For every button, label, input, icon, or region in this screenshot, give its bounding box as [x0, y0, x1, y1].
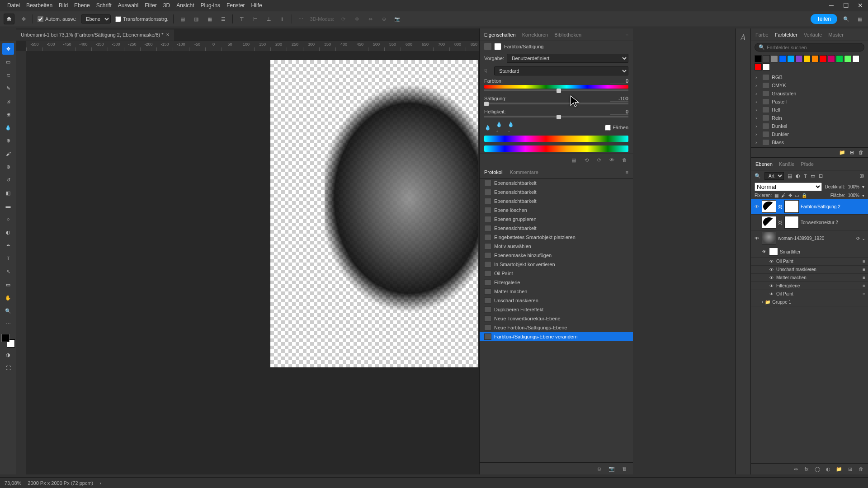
swatch-group[interactable]: ›Dunkler [751, 130, 868, 138]
delete-swatch-icon[interactable]: 🗑 [859, 150, 863, 155]
align-hcenter-icon[interactable]: ▥ [192, 14, 201, 23]
adjustment-add-icon[interactable]: ◐ [825, 465, 832, 473]
blur-tool[interactable]: ○ [2, 213, 14, 225]
layer-name[interactable]: woman-1439909_1920 [778, 236, 854, 241]
screen-mode-tool[interactable]: ⛶ [2, 362, 14, 374]
filter-options-icon[interactable]: ≡ [863, 259, 865, 264]
layer-item[interactable]: ⛓Tonwertkorrektur 2 [751, 215, 868, 230]
menu-datei[interactable]: Datei [7, 2, 20, 9]
artboard-tool[interactable]: ▭ [2, 56, 14, 68]
color-swatches[interactable] [1, 334, 15, 347]
hue-slider[interactable] [484, 89, 628, 91]
layer-thumb[interactable] [762, 200, 776, 213]
link-icon[interactable]: ⛓ [778, 204, 783, 209]
lightness-thumb[interactable] [557, 115, 561, 119]
layer-item[interactable]: 👁Matter machen≡ [751, 274, 868, 282]
menu-plug-ins[interactable]: Plug-ins [201, 2, 220, 9]
3d-slide-icon[interactable]: ⇔ [366, 14, 375, 23]
history-brush-tool[interactable]: ↺ [2, 174, 14, 186]
history-item[interactable]: Farbton-/Sättigungs-Ebene verändern [480, 332, 633, 341]
tab-kanäle[interactable]: Kanäle [779, 161, 794, 167]
canvas-document[interactable] [270, 60, 478, 367]
new-doc-from-state-icon[interactable]: ⎙ [595, 465, 603, 473]
filter-options-icon[interactable]: ≡ [863, 267, 865, 272]
layer-item[interactable]: 👁Smartfilter [751, 246, 868, 258]
snapshot-icon[interactable]: 📷 [608, 465, 616, 473]
history-item[interactable]: Motiv auswählen [480, 242, 633, 251]
gradient-tool[interactable]: ▬ [2, 200, 14, 212]
history-item[interactable]: Ebenen gruppieren [480, 215, 633, 224]
transform-controls-check[interactable]: Transformationsstrg. [115, 16, 168, 22]
tab-eigenschaften[interactable]: Eigenschaften [484, 32, 516, 38]
menu-schrift[interactable]: Schrift [96, 2, 112, 9]
blend-mode-select[interactable]: Normal [755, 183, 822, 191]
fg-color-swatch[interactable] [1, 334, 9, 342]
crop-tool[interactable]: ⊡ [2, 95, 14, 107]
swatch[interactable] [755, 55, 762, 62]
swatch[interactable] [844, 55, 851, 62]
history-item[interactable]: Duplizieren Filtereffekt [480, 305, 633, 314]
layer-item[interactable]: 👁Oil Paint≡ [751, 290, 868, 298]
layer-item[interactable]: 👁woman-1439909_1920⟳⌄ [751, 230, 868, 246]
chevron-right-icon[interactable]: › [762, 300, 763, 305]
history-item[interactable]: Ebene löschen [480, 206, 633, 215]
history-item[interactable]: Oil Paint [480, 269, 633, 278]
distribute-v-icon[interactable]: ⫴ [278, 14, 287, 23]
layer-item[interactable]: 👁Filtergalerie≡ [751, 282, 868, 290]
panel-menu-icon[interactable]: ≡ [626, 169, 628, 175]
home-button[interactable] [4, 14, 14, 24]
history-item[interactable]: Ebenensichtbarkeit [480, 197, 633, 206]
filter-toggle[interactable]: ⦿ [859, 174, 864, 179]
tab-ebenen[interactable]: Ebenen [755, 161, 773, 167]
history-item[interactable]: Filtergalerie [480, 278, 633, 287]
fill-value[interactable]: 100% [848, 193, 859, 198]
swatch-group[interactable]: ›Rein [751, 114, 868, 122]
zoom-readout[interactable]: 73,08% [5, 480, 21, 486]
visibility-icon[interactable]: 👁 [768, 259, 774, 264]
history-item[interactable]: Matter machen [480, 287, 633, 296]
swatch-group[interactable]: ›Blass [751, 138, 868, 146]
tab-protokoll[interactable]: Protokoll [484, 169, 504, 175]
swatch[interactable] [779, 55, 786, 62]
menu-ansicht[interactable]: Ansicht [176, 2, 194, 9]
eraser-tool[interactable]: ◧ [2, 187, 14, 199]
reset-icon[interactable]: ⟳ [595, 156, 603, 164]
ruler-vertical[interactable] [16, 51, 26, 474]
layer-item[interactable]: 👁⛓Farbton/Sättigung 2 [751, 199, 868, 215]
align-distribute-icon[interactable]: ☰ [219, 14, 228, 23]
smart-filter-icon[interactable]: ⊡ [819, 173, 823, 179]
more-options-icon[interactable]: ⋯ [297, 14, 306, 23]
type-filter-icon[interactable]: T [804, 174, 807, 179]
align-left-icon[interactable]: ▤ [178, 14, 187, 23]
history-item[interactable]: Ebenenmaske hinzufügen [480, 251, 633, 260]
layer-name[interactable]: Oil Paint [776, 291, 861, 296]
swatch[interactable] [803, 55, 811, 62]
hue-thumb[interactable] [557, 89, 561, 93]
swatch-group[interactable]: ›Dunkel [751, 122, 868, 130]
align-top-icon[interactable]: ⊤ [237, 14, 246, 23]
status-chevron-icon[interactable]: › [99, 480, 101, 486]
type-tool[interactable]: T [2, 253, 14, 264]
fx-icon[interactable]: fx [803, 465, 810, 473]
layer-name[interactable]: Smartfilter [780, 249, 865, 254]
menu-3d[interactable]: 3D [163, 2, 170, 9]
layer-name[interactable]: Farbton/Sättigung 2 [801, 204, 865, 209]
tab-kommentare[interactable]: Kommentare [510, 169, 538, 175]
visibility-icon[interactable]: 👁 [768, 267, 774, 272]
lightness-slider[interactable] [484, 116, 628, 117]
history-item[interactable]: In Smartobjekt konvertieren [480, 260, 633, 269]
visibility-icon[interactable]: 👁 [754, 236, 760, 241]
quick-mask-tool[interactable]: ◑ [2, 349, 14, 361]
layer-name[interactable]: Unscharf maskieren [776, 267, 861, 272]
menu-hilfe[interactable]: Hilfe [251, 2, 262, 9]
previous-state-icon[interactable]: ⟲ [582, 156, 590, 164]
mask-thumb[interactable] [784, 216, 799, 229]
visibility-icon[interactable]: 👁 [768, 276, 774, 280]
menu-bearbeiten[interactable]: Bearbeiten [26, 2, 52, 9]
new-swatch-icon[interactable]: ⊞ [850, 150, 854, 155]
eyedropper-tool[interactable]: 💧 [2, 122, 14, 133]
brush-tool[interactable]: 🖌 [2, 148, 14, 160]
filter-options-icon[interactable]: ≡ [863, 275, 865, 280]
align-vcenter-icon[interactable]: ⊢ [251, 14, 260, 23]
history-item[interactable]: Ebenensichtbarkeit [480, 188, 633, 197]
